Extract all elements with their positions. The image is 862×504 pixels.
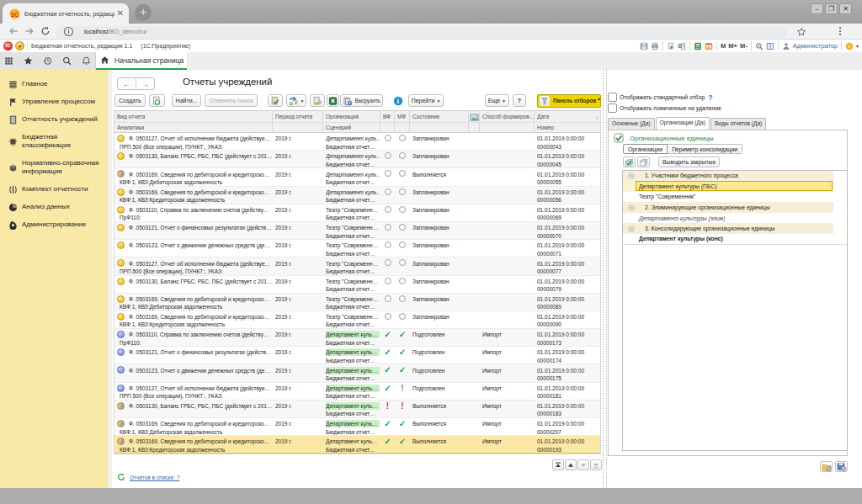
browser-refresh-icon[interactable] [40, 26, 51, 36]
check-report-button[interactable] [268, 94, 283, 107]
tree-group-1[interactable]: 1. Участники бюджетного процесса [623, 171, 847, 182]
segment-button-2[interactable]: Периметр консолидации [668, 144, 742, 154]
about-icon[interactable]: i [845, 42, 854, 50]
help-button[interactable]: ? [513, 94, 526, 107]
sidebar-item-5[interactable]: Нормативно-справочная информация [0, 155, 108, 181]
table-row-17[interactable]: Ф. 0503169, Сведения по дебиторской и кр… [114, 418, 600, 436]
tree-item-7[interactable]: Департамент культуры (конс) [623, 234, 847, 245]
window-close-button[interactable]: ✕ [839, 3, 852, 14]
info-button[interactable] [393, 96, 403, 106]
split-view-icon[interactable] [766, 42, 774, 50]
browser-back-icon[interactable] [8, 26, 19, 36]
sidebar-item-3[interactable]: Отчетность учреждений [0, 111, 108, 129]
print-icon[interactable] [651, 42, 659, 50]
sidebar-item-6[interactable]: Комплект отчетности [0, 181, 108, 199]
segment-button-1[interactable]: Организации [623, 144, 668, 154]
filter-tab-2[interactable]: Организации (Да) [656, 117, 710, 130]
new-tab-button[interactable]: + [135, 4, 152, 21]
show-standard-filter-checkbox[interactable] [608, 93, 617, 102]
save-icon[interactable] [640, 42, 648, 50]
browser-menu-icon[interactable] [835, 26, 845, 36]
scroll-up-button[interactable] [565, 459, 577, 470]
table-row-2[interactable]: Ф. 0503130, Баланс ГРБС, РБС, ПБС (дейст… [114, 151, 600, 168]
collapse-icon[interactable] [628, 204, 635, 211]
scroll-top-button[interactable] [552, 459, 564, 470]
column-header-6[interactable] [469, 111, 480, 133]
table-row-6[interactable]: Ф. 0503121, Отчет о финансовых результат… [114, 222, 600, 240]
collapse-icon[interactable] [628, 225, 635, 232]
filter-tab-1[interactable]: Основные (Да) [608, 118, 655, 130]
column-header-5[interactable]: Состояние [410, 111, 469, 133]
excel-button[interactable] [327, 94, 339, 107]
tree-group-6[interactable]: 3. Консолидирующие организационные едини… [623, 223, 847, 234]
window-maximize-button[interactable]: ❐ [825, 3, 838, 14]
column-header-0[interactable]: Вид отчетаАналитика [114, 111, 273, 133]
user-name[interactable]: Администратор [793, 42, 838, 50]
exchange-button[interactable]: ▼ [286, 94, 307, 107]
browser-forward-icon[interactable] [24, 26, 35, 36]
mem-mminus[interactable]: M- [740, 42, 748, 50]
print-preview-icon[interactable] [678, 42, 686, 50]
scroll-bottom-button[interactable] [590, 459, 602, 470]
nav-back-button[interactable]: ← [118, 78, 136, 89]
sections-grid-icon[interactable] [4, 56, 13, 66]
column-header-2[interactable]: ОрганизацияСценарий [323, 111, 380, 133]
refresh-icon[interactable] [117, 473, 125, 481]
export-icon[interactable] [667, 42, 675, 50]
save-settings-icon[interactable] [835, 461, 848, 472]
tab-home-page[interactable]: Начальная страница [96, 52, 187, 70]
check-all-button[interactable] [623, 157, 636, 167]
more-button[interactable]: Еще▼ [485, 94, 509, 107]
column-header-4[interactable]: МФ [395, 111, 410, 133]
favorites-star-icon[interactable] [24, 56, 33, 66]
user-icon[interactable] [782, 42, 790, 50]
sidebar-item-7[interactable]: Анализ данных [0, 199, 108, 216]
address-bar[interactable]: localhost/BO_demo/ru/ [56, 26, 787, 38]
tab-close-icon[interactable]: ✕ [117, 9, 124, 18]
table-row-8[interactable]: Ф. 0503127, Отчет об исполнении бюджета … [114, 257, 600, 275]
show-closed-button[interactable]: Выводить закрытые [658, 157, 720, 167]
collapse-icon[interactable] [628, 172, 635, 179]
table-row-18[interactable]: Ф. 0503169, Сведения по дебиторской и кр… [114, 436, 600, 454]
table-row-10[interactable]: Ф. 0503169, Сведения по дебиторской и кр… [114, 294, 600, 311]
show-deleted-checkbox[interactable] [608, 103, 617, 113]
create-button[interactable]: Создать [114, 94, 146, 107]
table-row-7[interactable]: Ф. 0503123, Отчет о движении денежных ср… [114, 240, 600, 257]
table-row-11[interactable]: Ф. 0503169, Сведения по дебиторской и кр… [114, 311, 600, 329]
history-icon[interactable] [43, 56, 52, 66]
sidebar-item-2[interactable]: Управление процессом [0, 93, 108, 111]
table-row-16[interactable]: Ф. 0503130, Баланс ГРБС, РБС, ПБС (дейст… [114, 401, 600, 418]
search-icon[interactable] [62, 56, 72, 66]
column-header-7[interactable]: Способ формиров... [480, 111, 535, 133]
scroll-down-button[interactable] [577, 459, 589, 470]
page-info-icon[interactable] [63, 26, 74, 37]
table-row-13[interactable]: Ф. 0503121, Отчет о финансовых результат… [114, 347, 600, 364]
tree-item-2[interactable]: Департамент культуры (ПБС) [623, 181, 847, 192]
mem-m[interactable]: M [721, 42, 726, 50]
browser-tab[interactable]: 1С Бюджетная отчетность, редакци ✕ [3, 3, 129, 24]
window-minimize-button[interactable]: – [811, 3, 823, 14]
help-link[interactable]: ? [708, 93, 712, 102]
table-row-4[interactable]: Ф. 0503169, Сведения по дебиторской и кр… [114, 187, 600, 204]
table-row-5[interactable]: Ф. 0503110, Справка по заключению счетов… [114, 204, 600, 222]
send-report-button[interactable] [310, 94, 325, 107]
sidebar-item-8[interactable]: Администрирование [0, 216, 108, 234]
table-row-14[interactable]: Ф. 0503123, Отчет о движении денежных ср… [114, 364, 600, 382]
mem-mplus[interactable]: M+ [728, 42, 737, 50]
column-header-1[interactable]: Период отчета [273, 111, 323, 133]
nav-forward-button[interactable]: → [136, 78, 154, 89]
create-copy-button[interactable] [149, 94, 165, 107]
filter-tab-3[interactable]: Виды отчетов (Да) [710, 118, 766, 130]
unload-button[interactable]: Выгрузить [340, 94, 382, 107]
table-row-3[interactable]: Ф. 0503169, Сведения по дебиторской и кр… [114, 168, 600, 186]
uncheck-all-button[interactable] [637, 157, 650, 167]
org-units-checkbox[interactable] [614, 133, 624, 143]
main-menu-button[interactable]: ▼ [15, 41, 24, 50]
table-row-15[interactable]: Ф. 0503127, Отчет об исполнении бюджета … [114, 383, 600, 401]
filter-panel-toggle-button[interactable]: Панель отборов▲ [537, 94, 601, 108]
column-header-3[interactable]: ВФ [380, 111, 395, 133]
cancel-search-button[interactable]: Отменить поиск [205, 94, 257, 107]
tree-item-3[interactable]: Театр "Современник" [623, 192, 847, 203]
load-settings-folder-icon[interactable] [820, 461, 833, 472]
sidebar-item-1[interactable]: Главное [0, 76, 108, 93]
